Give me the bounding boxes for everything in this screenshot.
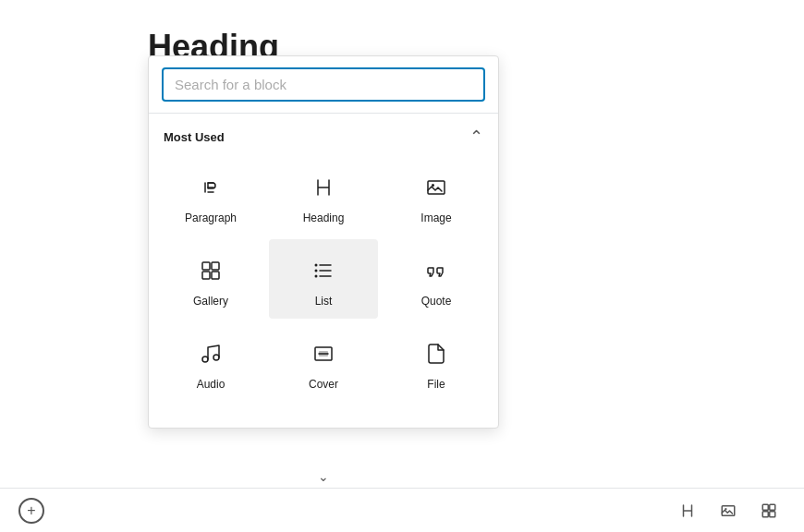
toolbar-image-button[interactable] [712, 494, 745, 527]
svg-point-1 [432, 184, 434, 187]
image-svg [425, 176, 447, 199]
gallery-svg [200, 260, 222, 282]
block-paragraph[interactable]: Paragraph [156, 156, 265, 236]
quote-icon [420, 254, 453, 287]
search-input[interactable] [162, 67, 485, 102]
svg-rect-19 [762, 504, 768, 510]
section-toggle[interactable]: ⌃ [469, 128, 483, 145]
svg-point-11 [315, 275, 318, 278]
svg-point-12 [202, 357, 208, 362]
heading-label: Heading [303, 212, 345, 224]
cover-label: Cover [309, 378, 338, 391]
toolbar-heading-icon [679, 502, 696, 519]
svg-rect-20 [770, 504, 775, 510]
toolbar-heading-button[interactable] [671, 494, 704, 527]
toolbar-image-icon [720, 502, 737, 519]
audio-svg [200, 343, 222, 365]
add-icon: + [27, 503, 35, 518]
bottom-toolbar: + [0, 488, 804, 532]
block-cover[interactable]: Cover [269, 322, 378, 402]
svg-rect-3 [212, 262, 219, 270]
block-image[interactable]: Image [382, 156, 491, 236]
inserter-body: Most Used ⌃ Paragraph [149, 114, 498, 428]
quote-label: Quote [421, 295, 452, 308]
svg-rect-22 [770, 511, 775, 516]
heading-svg [312, 176, 335, 199]
file-svg [425, 343, 447, 365]
heading-icon [307, 171, 340, 204]
svg-point-9 [315, 264, 318, 267]
gallery-label: Gallery [193, 295, 228, 308]
cover-svg [312, 343, 335, 365]
block-list[interactable]: List [269, 239, 378, 319]
inserter-content: Most Used ⌃ Paragraph [149, 114, 498, 428]
svg-rect-5 [212, 272, 219, 279]
svg-point-13 [213, 355, 219, 360]
list-svg [312, 260, 335, 282]
block-gallery[interactable]: Gallery [156, 239, 265, 319]
toolbar-gallery-button[interactable] [752, 494, 786, 527]
file-icon [420, 337, 453, 370]
toolbar-gallery-icon [761, 502, 777, 519]
quote-svg [425, 260, 447, 282]
paragraph-label: Paragraph [185, 212, 237, 224]
toolbar-left: + [18, 498, 44, 524]
image-icon [420, 171, 453, 204]
svg-rect-4 [202, 272, 210, 279]
svg-rect-21 [762, 511, 768, 516]
search-box-container [149, 56, 498, 114]
section-title: Most Used [164, 130, 225, 144]
section-header: Most Used ⌃ [149, 125, 498, 156]
add-block-button[interactable]: + [18, 498, 44, 524]
list-icon [307, 254, 340, 287]
block-inserter-popup: Most Used ⌃ Paragraph [148, 55, 499, 429]
toolbar-right [671, 494, 786, 527]
audio-icon [194, 337, 227, 370]
paragraph-icon [194, 171, 227, 204]
svg-point-18 [725, 508, 726, 510]
blocks-grid: Paragraph Heading [149, 156, 498, 402]
block-audio[interactable]: Audio [156, 322, 265, 402]
cover-icon [307, 337, 340, 370]
gallery-icon [194, 254, 227, 287]
file-label: File [427, 378, 445, 391]
list-label: List [315, 295, 333, 308]
block-heading[interactable]: Heading [269, 156, 378, 236]
audio-label: Audio [197, 378, 225, 391]
block-quote[interactable]: Quote [382, 239, 491, 319]
image-label: Image [420, 212, 451, 224]
block-file[interactable]: File [382, 322, 491, 402]
paragraph-svg [200, 176, 222, 199]
svg-point-10 [315, 270, 318, 272]
svg-rect-2 [202, 262, 210, 270]
